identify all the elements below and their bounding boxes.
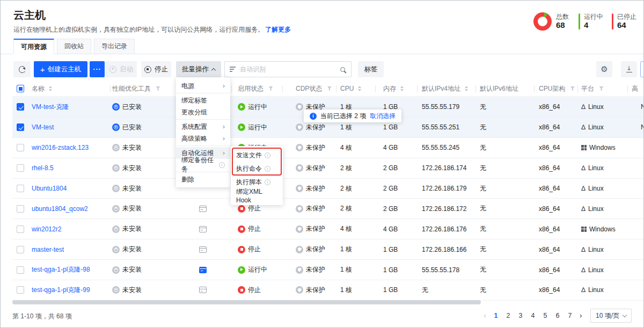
- learn-more-link[interactable]: 了解更多: [265, 26, 291, 33]
- column-header-tool[interactable]: 性能优化工具: [110, 81, 178, 96]
- vm-name-link[interactable]: VM-test: [32, 123, 54, 131]
- vm-name-link[interactable]: test-qga-1-pl克隆-98: [32, 265, 90, 274]
- tool-cell: 未安装: [110, 260, 178, 280]
- ipv6-cell: 无: [475, 280, 534, 300]
- page-number-3[interactable]: 3: [516, 312, 525, 319]
- sort-icon[interactable]: [400, 86, 404, 91]
- batch-menu-item-2[interactable]: 绑定标签: [176, 94, 230, 106]
- cdp-text: 未保护: [306, 123, 325, 132]
- row-checkbox[interactable]: [17, 225, 24, 233]
- batch-menu-item-0[interactable]: 电源›: [176, 80, 230, 92]
- sort-icon[interactable]: [358, 86, 361, 91]
- cdp-cell: 未保护: [282, 138, 336, 158]
- table-row: test-qga-1-pl克隆-98未安装运行中未保护1 核1 GB55.55.…: [12, 260, 644, 280]
- more-actions-button[interactable]: ···: [90, 61, 105, 77]
- filter-icon[interactable]: [570, 86, 575, 91]
- table-row: win2016-zstack.123未安装运行中未保护4 核4 GB55.55.…: [12, 138, 644, 158]
- cancel-selection-link[interactable]: 取消选择: [370, 112, 396, 121]
- row-checkbox[interactable]: [17, 205, 24, 213]
- batch-menu-item-11[interactable]: 删除: [176, 173, 230, 185]
- automation-submenu: 发送文件i执行命令i执行脚本i绑定XML Hook: [231, 146, 283, 205]
- tab-available-resources[interactable]: 可用资源: [13, 39, 54, 54]
- page-number-6[interactable]: 6: [553, 312, 562, 319]
- page-number-5[interactable]: 5: [540, 312, 550, 319]
- filter-icon[interactable]: [156, 86, 160, 91]
- column-header-platform[interactable]: 平台: [577, 81, 627, 96]
- filter-icon[interactable]: [327, 86, 332, 91]
- vm-name-link[interactable]: VM-test-克隆: [32, 103, 69, 112]
- batch-operations-button[interactable]: 批量操作: [176, 61, 221, 77]
- platform-text: Linux: [588, 123, 604, 131]
- next-page-button[interactable]: ›: [577, 311, 584, 320]
- sort-icon[interactable]: [465, 86, 468, 91]
- page-number-2[interactable]: 2: [503, 312, 513, 319]
- vm-name-link[interactable]: Ubuntu1804: [32, 185, 67, 192]
- start-button[interactable]: 启动: [106, 61, 137, 77]
- console-icon[interactable]: [199, 226, 207, 232]
- row-checkbox[interactable]: [17, 103, 24, 111]
- tool-cell: 未安装: [110, 239, 178, 259]
- batch-menu-item-3[interactable]: 更改分组: [176, 106, 230, 118]
- submenu-item-1[interactable]: 执行命令i: [231, 162, 283, 176]
- batch-menu-item-9[interactable]: 绑定备份任务i: [176, 159, 230, 171]
- search-input[interactable]: 自动识别: [224, 61, 352, 77]
- column-header-mem[interactable]: 内存: [375, 81, 417, 96]
- select-all-checkbox[interactable]: [17, 85, 24, 92]
- page-number-4[interactable]: 4: [528, 312, 537, 319]
- search-icon[interactable]: [340, 67, 345, 72]
- column-header-status[interactable]: 启用状态: [231, 81, 282, 96]
- row-checkbox[interactable]: [17, 246, 24, 253]
- column-header-name[interactable]: 名称: [28, 81, 110, 96]
- tab-recycle-bin[interactable]: 回收站: [57, 39, 91, 54]
- refresh-button[interactable]: [13, 61, 31, 77]
- clipped-edge-button[interactable]: [640, 61, 644, 77]
- vm-name-link[interactable]: master-test: [32, 246, 64, 253]
- tab-export-records[interactable]: 导出记录: [94, 39, 135, 54]
- column-header-cdp[interactable]: CDP状态: [282, 81, 336, 96]
- row-checkbox-cell: [12, 138, 28, 158]
- console-icon[interactable]: [199, 267, 207, 273]
- row-checkbox[interactable]: [17, 286, 24, 294]
- export-button[interactable]: ↓: [621, 61, 637, 77]
- page-number-7[interactable]: 7: [565, 312, 574, 319]
- submenu-item-0[interactable]: 发送文件i: [231, 149, 283, 162]
- column-settings-button[interactable]: ⚙: [596, 61, 612, 77]
- column-header-ipv6[interactable]: 默认IPv6地址: [475, 81, 534, 96]
- row-checkbox[interactable]: [17, 266, 24, 274]
- row-checkbox[interactable]: [17, 123, 24, 131]
- vm-name-link[interactable]: rhel-8.5: [32, 164, 54, 172]
- console-icon[interactable]: [199, 246, 207, 253]
- vm-name-link[interactable]: win2012r2: [32, 225, 61, 233]
- filter-icon[interactable]: [268, 86, 273, 91]
- agent-clock-icon: [112, 225, 120, 233]
- column-header-ipv4[interactable]: 默认IPv4地址: [417, 81, 475, 96]
- vm-name-link[interactable]: win2016-zstack.123: [32, 144, 89, 151]
- row-checkbox[interactable]: [17, 144, 24, 151]
- column-header-arch[interactable]: CPU架构: [534, 81, 577, 96]
- page-number-1[interactable]: 1: [491, 312, 500, 319]
- batch-menu-item-5[interactable]: 系统配置›: [176, 121, 230, 133]
- vm-name-link[interactable]: ubuntu1804_qcow2: [32, 205, 88, 213]
- refresh-icon: [18, 65, 26, 73]
- row-checkbox[interactable]: [17, 185, 24, 192]
- page-size-select[interactable]: 10 项/页: [590, 309, 632, 323]
- vm-name-cell: win2016-zstack.123: [28, 138, 110, 158]
- row-checkbox[interactable]: [17, 164, 24, 172]
- create-vm-button[interactable]: +创建云主机: [34, 61, 87, 77]
- console-icon[interactable]: [199, 206, 207, 212]
- horizontal-scrollbar[interactable]: [12, 300, 481, 304]
- cpu-cell: 2 核: [336, 158, 375, 178]
- column-header-cpu[interactable]: CPU: [336, 81, 375, 96]
- console-icon[interactable]: [199, 287, 207, 293]
- filter-icon[interactable]: [599, 86, 604, 91]
- tool-status-text: 未安装: [122, 286, 142, 295]
- batch-menu-item-6[interactable]: 高级策略›: [176, 133, 230, 144]
- sort-icon[interactable]: [49, 86, 52, 91]
- stop-label: 停止: [155, 65, 168, 74]
- submenu-item-3[interactable]: 绑定XML Hook: [231, 189, 283, 202]
- stop-button[interactable]: 停止: [141, 61, 171, 77]
- vm-name-link[interactable]: test-qga-1-pl克隆-99: [32, 286, 90, 295]
- tag-button[interactable]: 标签: [358, 61, 384, 77]
- column-header-ha[interactable]: 高: [627, 81, 644, 96]
- previous-page-button[interactable]: ‹: [482, 311, 488, 320]
